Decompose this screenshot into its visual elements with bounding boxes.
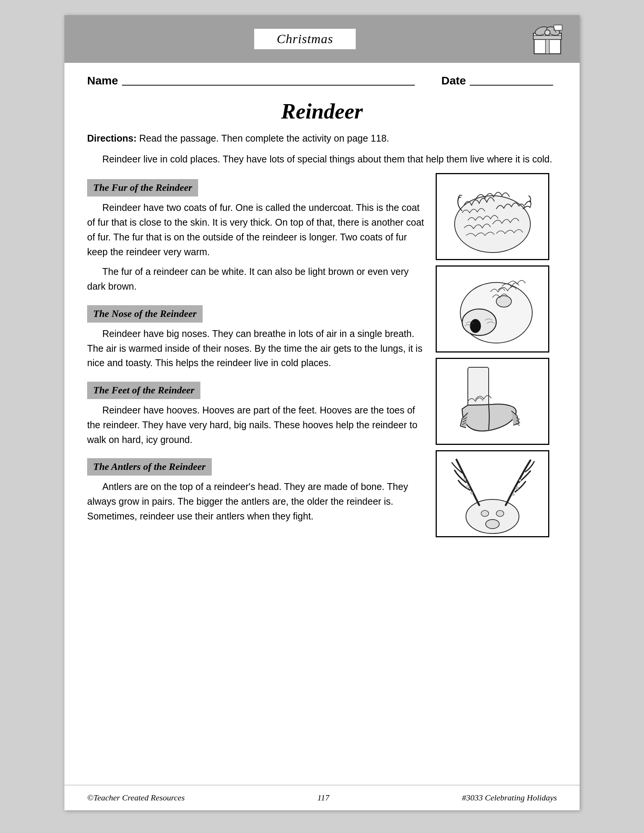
name-date-row: Name Date xyxy=(64,63,580,91)
section-heading-antlers: The Antlers of the Reindeer xyxy=(87,458,212,476)
date-label: Date xyxy=(441,74,466,87)
header-title: Christmas xyxy=(277,32,333,46)
images-column xyxy=(436,173,557,537)
section-heading-feet: The Feet of the Reindeer xyxy=(87,382,200,399)
section-heading-fur: The Fur of the Reindeer xyxy=(87,179,198,196)
feet-image xyxy=(436,358,549,445)
svg-point-27 xyxy=(496,510,504,516)
fur-image xyxy=(436,173,549,260)
fur-paragraph-1: Reindeer have two coats of fur. One is c… xyxy=(87,200,424,259)
nose-paragraph-1: Reindeer have big noses. They can breath… xyxy=(87,326,424,370)
section-feet: The Feet of the Reindeer Reindeer have h… xyxy=(87,376,424,447)
section-fur: The Fur of the Reindeer Reindeer have tw… xyxy=(87,173,424,294)
svg-point-25 xyxy=(519,479,521,482)
fur-paragraph-2: The fur of a reindeer can be white. It c… xyxy=(87,264,424,294)
content-area: Directions: Read the passage. Then compl… xyxy=(64,131,580,552)
header-title-box: Christmas xyxy=(254,29,356,49)
gift-icon xyxy=(530,22,564,56)
antlers-image xyxy=(436,450,549,537)
svg-point-24 xyxy=(512,494,514,495)
date-underline xyxy=(470,85,553,85)
two-column-layout: The Fur of the Reindeer Reindeer have tw… xyxy=(87,173,557,537)
svg-rect-7 xyxy=(554,25,562,30)
directions-line: Directions: Read the passage. Then compl… xyxy=(87,131,557,146)
svg-point-28 xyxy=(486,519,499,529)
svg-point-15 xyxy=(496,296,511,307)
nose-image xyxy=(436,265,549,352)
svg-point-14 xyxy=(470,319,481,333)
antlers-paragraph-1: Antlers are on the top of a reindeer's h… xyxy=(87,479,424,523)
intro-paragraph: Reindeer live in cold places. They have … xyxy=(87,152,557,167)
directions-label: Directions: xyxy=(87,133,137,143)
svg-rect-16 xyxy=(438,360,547,443)
directions-text: Read the passage. Then complete the acti… xyxy=(139,133,390,143)
footer-left: ©Teacher Created Resources xyxy=(87,793,185,803)
section-nose: The Nose of the Reindeer Reindeer have b… xyxy=(87,299,424,370)
svg-point-20 xyxy=(466,486,469,489)
svg-point-21 xyxy=(470,492,473,494)
section-antlers: The Antlers of the Reindeer Antlers are … xyxy=(87,452,424,523)
name-underline xyxy=(122,85,415,85)
page-footer: ©Teacher Created Resources 117 #3033 Cel… xyxy=(64,785,580,810)
svg-point-26 xyxy=(481,510,489,516)
page-header: Christmas xyxy=(64,15,580,63)
section-heading-nose: The Nose of the Reindeer xyxy=(87,305,203,323)
page: Christmas xyxy=(64,15,580,810)
footer-right: #3033 Celebrating Holidays xyxy=(462,793,557,803)
svg-point-6 xyxy=(545,30,550,35)
footer-center: 117 xyxy=(317,793,329,803)
svg-point-23 xyxy=(515,487,518,490)
svg-point-22 xyxy=(464,478,466,481)
name-label: Name xyxy=(87,74,118,87)
svg-rect-3 xyxy=(533,35,562,39)
text-column: The Fur of the Reindeer Reindeer have tw… xyxy=(87,173,424,529)
feet-paragraph-1: Reindeer have hooves. Hooves are part of… xyxy=(87,403,424,447)
main-title: Reindeer xyxy=(64,98,580,124)
